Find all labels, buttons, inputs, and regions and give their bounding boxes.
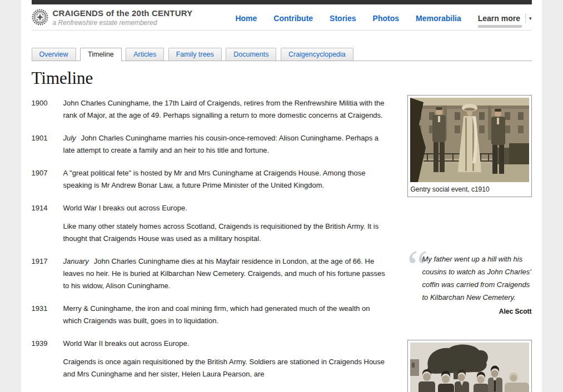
- tab-family-trees[interactable]: Family trees: [168, 48, 222, 61]
- sidebar: Gentry social event, c1910 “ My father w…: [407, 95, 532, 392]
- chevron-down-icon[interactable]: ▾: [529, 16, 532, 21]
- timeline-entry-1901: 1901 JulyJohn Charles Cuninghame marries…: [32, 132, 387, 157]
- timeline-month-prefix: January: [63, 257, 89, 265]
- timeline-paragraph: World War I breaks out across Europe.: [63, 202, 387, 214]
- timeline-list: 1900 John Charles Cuninghame, the 17th L…: [32, 97, 387, 392]
- photo-group-1939[interactable]: [407, 340, 532, 392]
- timeline-paragraph: World War II breaks out across Europe.: [63, 338, 387, 350]
- nav-link-photos[interactable]: Photos: [373, 14, 399, 23]
- timeline-paragraph: JanuaryJohn Charles Cuninghame dies at h…: [63, 255, 387, 292]
- site-header: CRAIGENDS of the 20th CENTURY a Renfrews…: [32, 4, 532, 31]
- timeline-entry-1914: 1914 World War I breaks out across Europ…: [32, 202, 387, 245]
- timeline-text: World War I breaks out across Europe.: [63, 204, 187, 212]
- timeline-entry-1917: 1917 JanuaryJohn Charles Cuninghame dies…: [32, 255, 387, 292]
- timeline-paragraph: John Charles Cuninghame, the 17th Laird …: [63, 97, 387, 122]
- timeline-year: 1931: [32, 303, 63, 327]
- timeline-paragraph: A "great political fete" is hosted by Mr…: [63, 167, 387, 192]
- nav-learn-more-label[interactable]: Learn more: [478, 14, 520, 23]
- timeline-entry-1939: 1939 World War II breaks out across Euro…: [32, 338, 387, 380]
- timeline-text: World War II breaks out across Europe.: [63, 339, 190, 348]
- timeline-paragraph: Craigends is once again requisitioned by…: [63, 356, 387, 380]
- timeline-year: 1939: [32, 338, 63, 380]
- nav-learn-more[interactable]: Learn more ▾: [478, 14, 532, 23]
- timeline-text: John Charles Cuninghame dies at his Mayf…: [63, 257, 385, 290]
- nav-link-memorabilia[interactable]: Memorabilia: [416, 14, 461, 23]
- nav-link-contribute[interactable]: Contribute: [273, 14, 313, 23]
- timeline-entry-1907: 1907 A "great political fete" is hosted …: [32, 167, 387, 192]
- group-photo-image: [410, 343, 529, 392]
- quote-attribution: Alec Scott: [422, 308, 532, 315]
- timeline-text: Merry & Cuninghame, the iron and coal mi…: [63, 304, 370, 325]
- photo-gentry-social-event[interactable]: Gentry social event, c1910: [407, 95, 532, 197]
- timeline-entry-1900: 1900 John Charles Cuninghame, the 17th L…: [32, 97, 387, 122]
- timeline-year: 1901: [32, 132, 63, 157]
- tab-craigencyclopedia[interactable]: Craigencyclopedia: [281, 48, 353, 61]
- site-title: CRAIGENDS of the 20th CENTURY: [53, 8, 193, 18]
- nav-dropdown-separator: [525, 14, 526, 23]
- nav-link-home[interactable]: Home: [235, 14, 257, 23]
- tab-overview[interactable]: Overview: [32, 48, 76, 61]
- tab-documents[interactable]: Documents: [226, 48, 276, 61]
- nav-link-stories[interactable]: Stories: [330, 14, 356, 23]
- photo-caption: Gentry social event, c1910: [410, 182, 529, 194]
- site-logo-icon[interactable]: [32, 9, 48, 26]
- timeline-text: A "great political fete" is hosted by Mr…: [63, 169, 366, 189]
- main-nav: Home Contribute Stories Photos Memorabil…: [235, 8, 531, 23]
- tab-articles[interactable]: Articles: [126, 48, 164, 61]
- quote-text: My father went up a hill with his cousin…: [422, 253, 532, 304]
- timeline-text: Craigends is once again requisitioned by…: [63, 358, 385, 378]
- section-tabs: Overview Timeline Articles Family trees …: [32, 48, 532, 61]
- timeline-year: 1917: [32, 255, 63, 292]
- site-tagline: a Renfrewshire estate remembered: [53, 19, 193, 27]
- timeline-text: John Charles Cuninghame, the 17th Laird …: [63, 99, 385, 119]
- timeline-text: Like many other stately homes across Sco…: [63, 222, 379, 243]
- timeline-year: 1907: [32, 167, 63, 192]
- timeline-paragraph: Merry & Cuninghame, the iron and coal mi…: [63, 303, 387, 327]
- timeline-month-prefix: July: [63, 134, 76, 142]
- gentry-photo-image: [410, 98, 529, 182]
- timeline-paragraph: Like many other stately homes across Sco…: [63, 220, 387, 245]
- top-accent-bar: [32, 0, 532, 4]
- page-title: Timeline: [32, 68, 532, 88]
- page-container: CRAIGENDS of the 20th CENTURY a Renfrews…: [21, 0, 542, 392]
- tab-timeline[interactable]: Timeline: [80, 48, 122, 61]
- timeline-text: John Charles Cuninghame marries his cous…: [63, 134, 379, 154]
- timeline-paragraph: JulyJohn Charles Cuninghame marries his …: [63, 132, 387, 157]
- timeline-entry-1931: 1931 Merry & Cuninghame, the iron and co…: [32, 303, 387, 327]
- timeline-year: 1900: [32, 97, 63, 122]
- quote-block: “ My father went up a hill with his cous…: [407, 253, 532, 315]
- timeline-year: 1914: [32, 202, 63, 245]
